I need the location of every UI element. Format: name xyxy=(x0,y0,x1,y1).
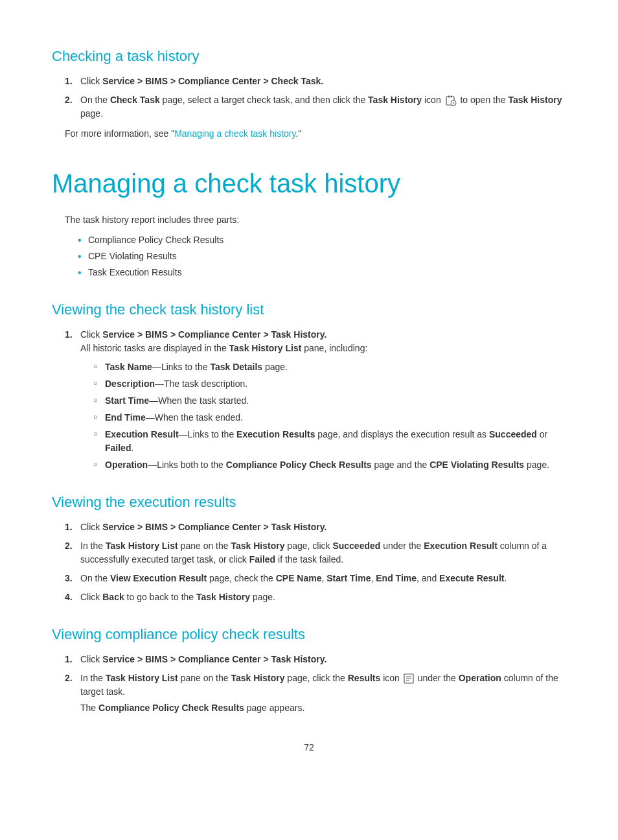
viewing-compliance-step-2: In the Task History List pane on the Tas… xyxy=(65,671,566,715)
bullet-cpe: CPE Violating Results xyxy=(78,250,566,263)
managing-heading: Managing a check task history xyxy=(52,164,566,203)
checking-step-2: On the Check Task page, select a target … xyxy=(65,93,566,121)
viewing-list-heading: Viewing the check task history list xyxy=(52,299,566,320)
checking-section: Checking a task history Click Service > … xyxy=(52,45,566,141)
svg-rect-2 xyxy=(451,96,452,98)
managing-section: Managing a check task history The task h… xyxy=(52,164,566,279)
task-history-bold2: Task History xyxy=(508,95,562,105)
viewing-exec-step-4: Click Back to go back to the Task Histor… xyxy=(65,590,566,604)
viewing-compliance-heading: Viewing compliance policy check results xyxy=(52,624,566,645)
viewing-exec-heading: Viewing the execution results xyxy=(52,491,566,513)
viewing-list-steps: Click Service > BIMS > Compliance Center… xyxy=(52,328,566,472)
viewing-list-step1-bold: Service > BIMS > Compliance Center > Tas… xyxy=(102,329,326,340)
managing-check-task-link[interactable]: Managing a check task history xyxy=(174,128,295,139)
sub-end-time: End Time—When the task ended. xyxy=(93,411,566,425)
checking-step-1: Click Service > BIMS > Compliance Center… xyxy=(65,75,566,88)
check-task-bold: Check Task xyxy=(110,95,160,105)
task-history-list-bold: Task History List xyxy=(229,343,302,353)
sub-description: Description—The task description. xyxy=(93,377,566,391)
viewing-compliance-section: Viewing compliance policy check results … xyxy=(52,624,566,715)
managing-bullet-list: Compliance Policy Check Results CPE Viol… xyxy=(52,233,566,279)
sub-task-name: Task Name—Links to the Task Details page… xyxy=(93,360,566,374)
viewing-list-section: Viewing the check task history list Clic… xyxy=(52,299,566,472)
task-history-sub-list: Task Name—Links to the Task Details page… xyxy=(80,360,566,472)
sub-start-time: Start Time—When the task started. xyxy=(93,394,566,408)
viewing-exec-step-3: On the View Execution Result page, check… xyxy=(65,572,566,585)
sub-operation: Operation—Links both to the Compliance P… xyxy=(93,458,566,472)
viewing-exec-steps: Click Service > BIMS > Compliance Center… xyxy=(52,520,566,604)
task-history-icon xyxy=(445,95,457,106)
viewing-list-step-1: Click Service > BIMS > Compliance Center… xyxy=(65,328,566,472)
viewing-exec-section: Viewing the execution results Click Serv… xyxy=(52,491,566,604)
svg-rect-1 xyxy=(448,96,450,98)
checking-steps: Click Service > BIMS > Compliance Center… xyxy=(52,75,566,121)
results-icon xyxy=(404,673,414,684)
bullet-compliance: Compliance Policy Check Results xyxy=(78,233,566,247)
viewing-compliance-step-1: Click Service > BIMS > Compliance Center… xyxy=(65,653,566,666)
managing-intro: The task history report includes three p… xyxy=(52,213,566,227)
bullet-task-exec: Task Execution Results xyxy=(78,266,566,279)
viewing-exec-step-2: In the Task History List pane on the Tas… xyxy=(65,539,566,566)
sub-execution-result: Execution Result—Links to the Execution … xyxy=(93,428,566,455)
page-number: 72 xyxy=(52,741,566,754)
viewing-exec-step-1: Click Service > BIMS > Compliance Center… xyxy=(65,520,566,534)
checking-step2-text: On the Check Task page, select a target … xyxy=(80,95,562,119)
viewing-compliance-steps: Click Service > BIMS > Compliance Center… xyxy=(52,653,566,715)
task-history-bold: Task History xyxy=(368,95,422,105)
checking-step1-bold: Service > BIMS > Compliance Center > Che… xyxy=(102,76,323,86)
checking-heading: Checking a task history xyxy=(52,45,566,67)
checking-more-info: For more information, see "Managing a ch… xyxy=(52,127,566,141)
